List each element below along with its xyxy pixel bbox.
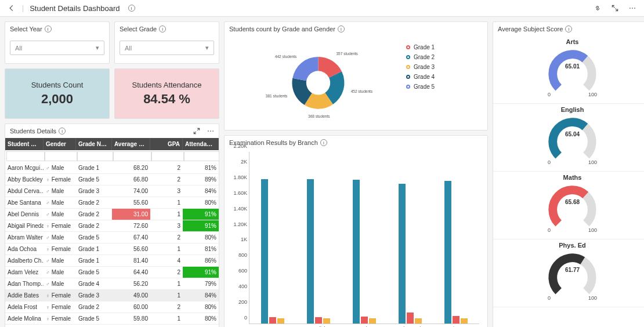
th-name[interactable]: Student Na…	[5, 138, 44, 150]
info-icon[interactable]: i	[128, 5, 135, 12]
filter-input[interactable]	[184, 151, 219, 161]
th-gpa[interactable]: GPA	[150, 138, 183, 150]
svg-point-5	[212, 130, 214, 132]
filter-year: Select Yeari All▾	[5, 21, 110, 64]
cell-grade: Grade 5	[76, 267, 112, 278]
cell-grade: Grade 2	[76, 220, 112, 231]
table-row[interactable]: Ada Ochoa♀FemaleGrade 156.60181%	[5, 244, 219, 255]
th-avg[interactable]: Average Ma…	[112, 138, 150, 150]
info-icon[interactable]: i	[320, 139, 327, 146]
filter-input[interactable]	[77, 151, 113, 161]
svg-text:368 students: 368 students	[308, 114, 330, 118]
table-row[interactable]: Adele Molina♀FemaleGrade 559.80180%	[5, 313, 219, 325]
filter-input[interactable]	[45, 151, 77, 161]
filter-input[interactable]	[151, 151, 184, 161]
more-icon[interactable]	[206, 126, 215, 136]
filter-year-label: Select Year	[10, 26, 42, 32]
bar[interactable]	[453, 316, 460, 324]
bar[interactable]	[369, 318, 376, 324]
bar[interactable]	[261, 179, 268, 324]
bar[interactable]	[353, 180, 360, 324]
bar[interactable]	[399, 184, 406, 324]
cell-name: Abby Buckley	[5, 174, 44, 185]
table-row[interactable]: Abram Walter♂MaleGrade 567.40280%	[5, 232, 219, 244]
cell-name: Adela Frost	[5, 301, 44, 313]
legend-item[interactable]: Grade 2	[406, 54, 482, 60]
donut-chart[interactable]: 357 students452 students368 students381 …	[230, 38, 406, 127]
th-att[interactable]: Attendance	[183, 138, 219, 150]
legend-item[interactable]: Grade 1	[406, 44, 482, 50]
bar-chart[interactable]: 02004006008001K1.20K1.40K1.60K1.80K2K2.2…	[249, 152, 479, 324]
cell-att: 79%	[183, 278, 219, 289]
table-row[interactable]: Adam Velez♂MaleGrade 564.40291%	[5, 267, 219, 278]
legend-item[interactable]: Grade 5	[406, 83, 482, 90]
cell-att: 91%	[183, 220, 219, 231]
gauge-chart[interactable]: 61.77	[493, 250, 644, 295]
table-row[interactable]: Adela Frost♀FemaleGrade 260.00280%	[5, 301, 219, 313]
info-icon[interactable]: i	[565, 26, 572, 32]
gender-icon: ♂	[46, 270, 50, 275]
cell-gpa: 1	[150, 244, 183, 255]
info-icon[interactable]: i	[59, 128, 66, 135]
cell-name: Adele Molina	[5, 313, 44, 324]
bar[interactable]	[277, 318, 284, 324]
table-row[interactable]: Addie Bates♀FemaleGrade 349.00184%	[5, 290, 219, 301]
y-tick: 400	[238, 284, 249, 289]
bar[interactable]	[461, 318, 468, 324]
bar[interactable]	[269, 317, 276, 324]
expand-icon[interactable]	[192, 126, 201, 136]
th-gender[interactable]: Gender	[44, 138, 76, 150]
th-grade[interactable]: Grade Name	[76, 138, 112, 150]
bar[interactable]	[323, 318, 330, 324]
cell-gender: ♂Male	[44, 232, 76, 243]
bar[interactable]	[307, 179, 314, 324]
page-title: Student Details Dashboard	[30, 4, 120, 13]
cell-grade: Grade 2	[76, 301, 112, 313]
info-icon[interactable]: i	[338, 26, 345, 32]
table-row[interactable]: Adeline Mon…♀FemaleGrade 482.20479%	[5, 325, 219, 327]
gender-icon: ♂	[46, 165, 50, 171]
filter-input[interactable]	[6, 151, 45, 161]
cell-gender: ♂Male	[44, 197, 76, 208]
table-body[interactable]: Aaron Mcgui…♂MaleGrade 168.20281%Abby Bu…	[5, 162, 219, 327]
legend-swatch	[406, 85, 410, 89]
info-icon[interactable]: i	[159, 26, 166, 32]
fullscreen-icon[interactable]	[610, 3, 620, 13]
gauge-chart[interactable]: 65.68	[493, 182, 644, 227]
bar[interactable]	[361, 317, 368, 324]
year-dropdown[interactable]: All▾	[10, 41, 104, 55]
cell-gpa: 1	[150, 290, 183, 301]
legend-item[interactable]: Grade 3	[406, 64, 482, 70]
more-icon[interactable]	[628, 3, 637, 13]
bar[interactable]	[415, 318, 422, 324]
table-row[interactable]: Adalberto Ch…♂MaleGrade 181.40486%	[5, 255, 219, 267]
table-row[interactable]: Abby Buckley♀FemaleGrade 566.80289%	[5, 174, 219, 186]
table-row[interactable]: Abel Dennis♂MaleGrade 231.00191%	[5, 209, 219, 220]
link-icon[interactable]	[593, 3, 602, 13]
back-arrow-icon[interactable]	[7, 3, 16, 13]
gauge-min: 0	[548, 295, 551, 301]
table-row[interactable]: Adan Thomp…♂MaleGrade 456.20179%	[5, 278, 219, 290]
kpi-count-label: Students Count	[10, 81, 104, 89]
cell-gender: ♀Female	[44, 325, 76, 327]
bar-group	[255, 152, 290, 324]
table-row[interactable]: Abe Santana♂MaleGrade 255.60180%	[5, 197, 219, 209]
cell-grade: Grade 2	[76, 197, 112, 208]
table-row[interactable]: Aaron Mcgui…♂MaleGrade 168.20281%	[5, 162, 219, 174]
table-row[interactable]: Abdul Cerva…♂MaleGrade 374.00384%	[5, 186, 219, 197]
gauge-chart[interactable]: 65.01	[493, 46, 644, 92]
info-icon[interactable]: i	[45, 26, 52, 32]
cell-gpa: 1	[150, 197, 183, 208]
bar[interactable]	[444, 181, 451, 324]
cell-gpa: 1	[150, 313, 183, 324]
filter-input[interactable]	[113, 151, 151, 161]
bar[interactable]	[315, 317, 322, 324]
bar[interactable]	[407, 313, 414, 324]
grade-dropdown[interactable]: All▾	[120, 41, 214, 55]
topbar: | Student Details Dashboard i	[0, 0, 644, 17]
gauge-chart[interactable]: 65.04	[493, 114, 644, 159]
legend-item[interactable]: Grade 4	[406, 74, 482, 80]
cell-name: Abel Dennis	[5, 209, 44, 220]
cell-att: 84%	[183, 290, 219, 301]
table-row[interactable]: Abigail Pineda♀FemaleGrade 272.60391%	[5, 220, 219, 232]
